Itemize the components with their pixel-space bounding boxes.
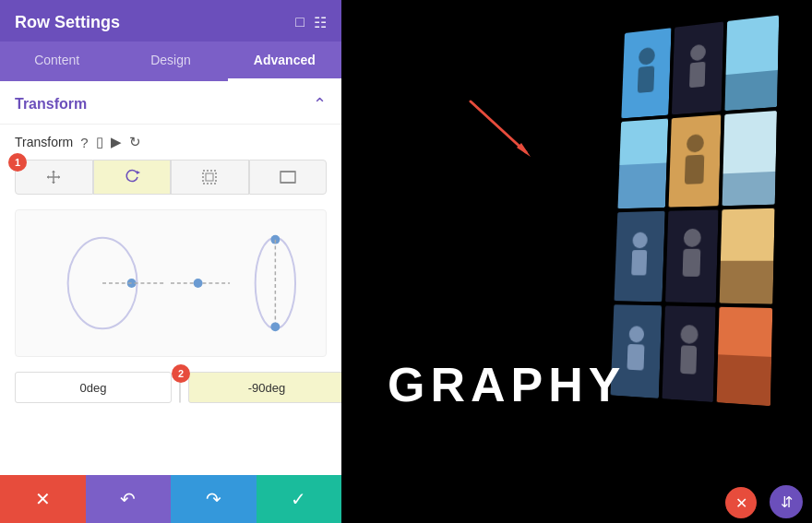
svg-rect-28: [689, 62, 705, 88]
cancel-button[interactable]: ✕: [0, 475, 86, 523]
reset-icon[interactable]: ↻: [129, 134, 141, 150]
svg-rect-45: [720, 261, 774, 304]
svg-rect-53: [717, 354, 771, 406]
cancel-icon: ✕: [35, 488, 51, 510]
redo-button[interactable]: ↷: [171, 475, 257, 523]
undo-button[interactable]: ↶: [86, 475, 172, 523]
check-icon: ✓: [291, 488, 306, 510]
transform-buttons: 1: [0, 156, 341, 202]
panel-title: Row Settings: [15, 13, 120, 32]
badge-1: 1: [8, 153, 27, 172]
degree-input-x[interactable]: [15, 372, 172, 403]
transform-visual: [15, 209, 327, 357]
photo-cell: [717, 307, 773, 407]
photo-grid-container: [609, 18, 794, 505]
svg-rect-51: [680, 345, 697, 374]
svg-point-17: [256, 238, 295, 329]
rotate-button[interactable]: [93, 160, 172, 195]
expand-icon[interactable]: □: [295, 14, 304, 31]
skew-button[interactable]: [249, 160, 328, 195]
svg-marker-2: [58, 175, 60, 179]
svg-line-21: [471, 101, 526, 152]
photo-cell: [672, 21, 723, 114]
help-icon[interactable]: ?: [80, 135, 88, 150]
close-icon: ✕: [735, 494, 747, 512]
photo-cell: [663, 305, 716, 402]
section-transform: Transform ⌃: [0, 81, 341, 125]
svg-rect-30: [724, 70, 778, 111]
panel-tabs: Content Design Advanced: [0, 42, 341, 81]
panel-content: Transform ⌃ Transform ? ▯ ▶ ↻ 1: [0, 81, 341, 475]
svg-marker-5: [52, 182, 55, 184]
svg-rect-48: [627, 344, 644, 371]
badge-2: 2: [172, 364, 190, 383]
section-title: Transform: [15, 96, 87, 113]
right-area: GRAPHY: [341, 0, 812, 523]
section-collapse-icon[interactable]: ⌃: [313, 94, 327, 114]
svg-rect-9: [281, 172, 295, 183]
photo-cell: [720, 208, 775, 304]
photo-cell: [665, 209, 719, 303]
svg-point-20: [270, 322, 280, 331]
svg-marker-3: [47, 175, 49, 179]
graphy-text: GRAPHY: [388, 357, 626, 412]
photo-cell: [615, 211, 665, 303]
photo-cell: [669, 114, 722, 207]
save-button[interactable]: ✓: [257, 475, 342, 523]
close-floating-button[interactable]: ✕: [725, 487, 757, 518]
photo-cell: [617, 118, 668, 208]
transform-controls: Transform ? ▯ ▶ ↻: [0, 125, 341, 156]
tab-advanced[interactable]: Advanced: [228, 42, 341, 81]
svg-rect-7: [203, 171, 216, 184]
cursor-icon[interactable]: ▶: [111, 134, 122, 150]
svg-rect-32: [617, 162, 666, 208]
svg-marker-6: [137, 171, 140, 174]
svg-rect-40: [631, 250, 647, 275]
svg-rect-35: [685, 155, 704, 184]
header-icons: □ ☷: [295, 14, 327, 31]
redo-icon: ↷: [206, 488, 221, 510]
columns-icon[interactable]: ☷: [314, 14, 327, 31]
panel-footer: ✕ ↶ ↷ ✓: [0, 475, 341, 523]
photo-cell: [722, 111, 777, 206]
transform-label: Transform: [15, 135, 73, 149]
svg-rect-43: [683, 249, 701, 277]
svg-point-16: [194, 279, 203, 288]
svg-rect-25: [638, 65, 655, 93]
degree-inputs: 2: [0, 364, 341, 412]
svg-rect-8: [206, 173, 213, 181]
settings-panel: Row Settings □ ☷ Content Design Advanced…: [0, 0, 341, 523]
panel-header: Row Settings □ ☷: [0, 0, 341, 42]
resize-handle-icon[interactable]: ⇵: [770, 485, 803, 518]
resize-icon: ⇵: [781, 493, 793, 511]
degree-input-y-wrapper: 2: [179, 372, 181, 403]
tab-design[interactable]: Design: [113, 42, 227, 81]
scale-button[interactable]: [171, 160, 249, 195]
desktop-icon[interactable]: ▯: [96, 134, 103, 150]
undo-icon: ↶: [120, 488, 136, 510]
translate-button[interactable]: 1: [15, 160, 93, 195]
svg-marker-4: [52, 171, 55, 172]
photo-cell: [621, 28, 671, 118]
svg-rect-37: [722, 172, 776, 206]
photo-grid: [611, 15, 787, 407]
red-arrow: [452, 92, 544, 170]
tab-content[interactable]: Content: [0, 42, 113, 81]
degree-input-z[interactable]: [188, 372, 341, 403]
photo-cell: [724, 15, 779, 111]
